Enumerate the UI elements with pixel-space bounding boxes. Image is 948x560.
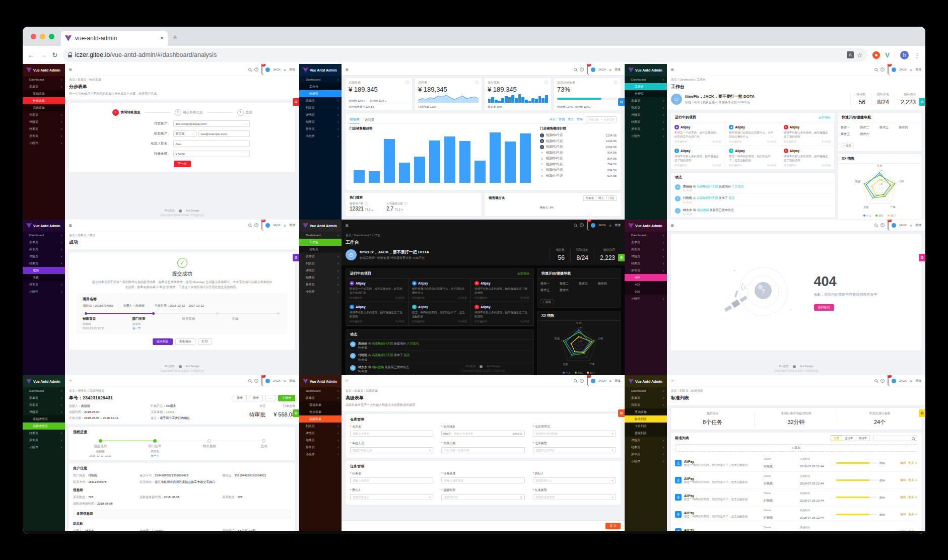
footer-link[interactable]: Pro首页	[466, 365, 476, 368]
search-icon[interactable]	[874, 68, 877, 71]
settings-gear-button[interactable]: ⚙	[293, 254, 299, 261]
field-input[interactable]: 请输入仓库名	[350, 431, 433, 437]
sidebar-menu-item[interactable]: 小组件∨	[23, 139, 65, 147]
sidebar-menu-item[interactable]: 结果页∧	[23, 260, 65, 267]
field-input[interactable]: 请选择责任人∨	[350, 494, 433, 500]
list-item[interactable]: 支 AliPay 那是一种内在的东西，他们到达不了，也无法触及的 Owner付晓…	[675, 523, 917, 531]
menu-fold-icon[interactable]: ≡	[671, 223, 674, 228]
sidebar-menu-item[interactable]: 列表页∨	[625, 246, 667, 253]
user-avatar[interactable]	[591, 223, 595, 228]
sidebar-menu-item[interactable]: 异常页∧	[625, 267, 667, 274]
activity-link[interactable]: 八月迭代	[407, 342, 419, 345]
activity-link[interactable]: 高逼格设计天团	[697, 196, 718, 199]
flow-step-info[interactable]: 2016-12-12 12:32	[73, 454, 127, 457]
sidebar-menu-item[interactable]: Dashboard∨	[299, 387, 342, 394]
more-link[interactable]: 更多 ∨	[908, 530, 917, 531]
settings-gear-button[interactable]: ⚙	[919, 409, 925, 417]
back-icon[interactable]: ←	[28, 51, 35, 59]
footer-link[interactable]: Ant Design	[186, 209, 199, 212]
project-group[interactable]: 科学搬砖组	[729, 140, 741, 143]
field-input[interactable]: 请选择仓库管理员∨	[533, 431, 616, 437]
list-item[interactable]: 支 AliPay 那是一种内在的东西，他们到达不了，也无法触及的 Owner付晓…	[675, 455, 917, 472]
sidebar-menu-item[interactable]: 列表页∨	[299, 260, 342, 267]
sidebar-menu-item[interactable]: 标准列表	[625, 415, 667, 423]
search-icon[interactable]	[248, 68, 251, 71]
project-card[interactable]: AAlipay 城镇中有那么多的酒馆，她却偏偏走进了我的酒馆 科学搬砖组9小时前	[780, 122, 835, 146]
payment-account-select[interactable]: ant-design@alipay.com∨	[173, 120, 250, 127]
field-input[interactable]: 请选择时间◷	[441, 494, 524, 500]
sidebar-menu-item[interactable]: 小组件∨	[23, 444, 65, 451]
github-icon[interactable]	[179, 209, 182, 213]
activity-user[interactable]: 曲丽丽	[358, 342, 367, 345]
user-name[interactable]: JACK	[899, 68, 907, 71]
flow-step-info[interactable]: 催一下	[132, 327, 182, 330]
sidebar-menu-item[interactable]: 列表页∨	[23, 401, 65, 408]
field-input[interactable]: 请选择审批人员∨	[350, 447, 433, 453]
date-range-link[interactable]: 本月	[568, 117, 574, 122]
breadcrumb[interactable]: 首页 / 详情页 / 高级详情页	[69, 389, 295, 393]
menu-fold-icon[interactable]: ≡	[346, 67, 349, 73]
browser-tab[interactable]: vue-antd-admin ×	[61, 31, 168, 46]
sidebar-menu-item[interactable]: 小组件∨	[625, 458, 667, 465]
quick-op-link[interactable]: 操作二	[860, 124, 880, 131]
submit-button[interactable]: 提 交	[605, 523, 621, 529]
breadcrumb[interactable]: 首页 / 表单页 / 高级表单	[346, 389, 621, 393]
project-card[interactable]: 支Alipay 城镇中有那么多的酒馆，她却偏偏走进了我的酒馆 科学搬砖组9小时前	[346, 302, 409, 326]
more-link[interactable]: 更多 ∨	[908, 513, 917, 516]
quick-op-link[interactable]: 操作三	[879, 124, 899, 131]
translate-icon[interactable]: A	[847, 51, 854, 58]
sidebar-menu-item[interactable]: 结果页∨	[23, 125, 65, 132]
action-button[interactable]: 操作	[249, 395, 263, 401]
user-avatar[interactable]	[892, 223, 896, 228]
app-logo[interactable]: Vue Antd Admin	[23, 220, 65, 232]
language-switcher[interactable]: 简体	[289, 223, 295, 228]
sidebar-menu-item[interactable]: Dashboard∨	[23, 232, 65, 239]
activity-link[interactable]: 八月迭代	[732, 185, 744, 188]
owner-value[interactable]: 付晓晓	[764, 516, 773, 519]
breadcrumb[interactable]: 首页 / Dashboard / 工作台	[671, 78, 921, 82]
user-name[interactable]: JACK	[273, 68, 281, 71]
zoom-window-button[interactable]	[49, 34, 54, 39]
project-card[interactable]: ◆Alipay 那时候我只会想自己想要什么，从不想自己拥有什么 科学搬砖组9小时…	[409, 278, 471, 302]
project-group[interactable]: 科学搬砖组	[412, 320, 425, 323]
action-button[interactable]: 操作	[233, 395, 247, 401]
user-avatar[interactable]	[892, 67, 896, 72]
sidebar-menu-item[interactable]: 列表页∨	[23, 246, 65, 253]
project-group[interactable]: 科学搬砖组	[784, 140, 796, 143]
sidebar-menu-item[interactable]: 列表页∨	[625, 104, 667, 111]
view-project-button[interactable]: 查看项目	[175, 338, 195, 345]
sidebar-menu-item[interactable]: 详情页∧	[23, 408, 65, 415]
sidebar-menu-item[interactable]: 分析页	[625, 90, 667, 97]
user-name[interactable]: JACK	[598, 379, 606, 382]
all-projects-link[interactable]: 全部项目	[517, 271, 529, 276]
user-avatar[interactable]	[265, 223, 270, 228]
search-icon[interactable]	[874, 379, 877, 382]
user-avatar[interactable]	[265, 67, 270, 72]
user-name[interactable]: JACK	[598, 68, 606, 71]
sidebar-menu-item[interactable]: 表单页∧	[299, 394, 342, 401]
quick-op-link[interactable]: 操作六	[560, 287, 579, 294]
project-group[interactable]: 科学搬砖组	[350, 296, 362, 299]
settings-gear-button[interactable]: ⚙	[618, 254, 625, 261]
sidebar-menu-item[interactable]: Dashboard∨	[23, 76, 65, 83]
date-range-link[interactable]: 本周	[559, 117, 565, 122]
sidebar-menu-item[interactable]: 结果页∨	[299, 437, 342, 444]
info-icon[interactable]: i	[475, 81, 479, 84]
footer-link[interactable]: Pro首页	[165, 365, 175, 368]
sidebar-menu-item[interactable]: 结果页∨	[625, 444, 667, 451]
sidebar-menu-item[interactable]: 详情页∨	[299, 111, 342, 118]
user-avatar[interactable]	[591, 379, 595, 383]
breadcrumb[interactable]: 首页 / 结果页 / 成功	[69, 233, 295, 238]
tab-close-icon[interactable]: ×	[160, 35, 164, 42]
sidebar-menu-item[interactable]: 表单页∨	[299, 97, 342, 104]
info-icon[interactable]: i	[365, 202, 368, 205]
search-icon[interactable]	[574, 68, 577, 71]
footer-link[interactable]: Ant Design	[800, 365, 814, 368]
menu-fold-icon[interactable]: ≡	[69, 67, 72, 73]
help-icon[interactable]: ?	[881, 379, 885, 383]
footer-link[interactable]: Ant Design	[186, 365, 199, 368]
sidebar-menu-item[interactable]: 403	[625, 281, 667, 288]
edit-link[interactable]: 编辑	[900, 478, 906, 481]
project-card[interactable]: AAlipay 那是一种内在的东西，他们到达不了，也无法触及的 科学搬砖组9小时…	[725, 146, 780, 170]
owner-value[interactable]: 付晓晓	[764, 465, 773, 468]
